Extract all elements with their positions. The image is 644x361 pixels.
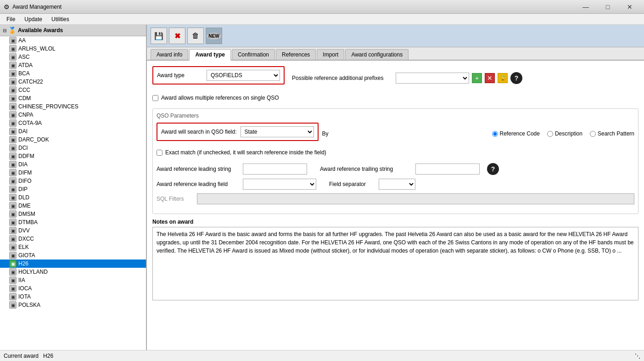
add-prefix-button[interactable]: +	[472, 73, 482, 83]
award-label: BCA	[18, 70, 30, 77]
qso-field-select[interactable]: State County Country DXCC Grid Mode Band	[241, 126, 314, 137]
tab-award-info[interactable]: Award info	[151, 49, 188, 60]
multiple-refs-row: Award allows multiple references on sing…	[152, 95, 638, 101]
help-button[interactable]: ?	[510, 72, 522, 84]
leading-field-label: Award reference leading field	[157, 181, 239, 187]
leading-field-select[interactable]: State County Country	[243, 179, 316, 190]
left-panel: ⊟ 🏅 Available Awards ▣AA▣ARLHS_WLOL▣ASC▣…	[0, 25, 147, 350]
sql-filters-row: SQL Filters	[157, 193, 634, 204]
tab-references[interactable]: References	[276, 49, 316, 60]
list-item[interactable]: ▣HOLYLAND	[0, 268, 146, 276]
award-icon: ▣	[9, 111, 17, 118]
list-item[interactable]: ▣CNPA	[0, 111, 146, 119]
exact-match-checkbox[interactable]	[157, 150, 162, 156]
list-item[interactable]: ▣CHINESE_PROVINCES	[0, 102, 146, 111]
menu-utilities[interactable]: Utilities	[47, 15, 74, 23]
list-item[interactable]: ▣BCA	[0, 69, 146, 78]
leading-string-input[interactable]	[243, 164, 307, 175]
list-item[interactable]: ▣DIP	[0, 185, 146, 193]
list-item[interactable]: ▣DIFM	[0, 169, 146, 177]
list-item[interactable]: ▣CATCH22	[0, 78, 146, 86]
radio-description-label: Description	[555, 130, 582, 137]
list-item[interactable]: ▣DCI	[0, 144, 146, 152]
close-button[interactable]: ✕	[619, 0, 640, 13]
award-label: IIA	[18, 277, 25, 283]
list-item[interactable]: ▣DARC_DOK	[0, 135, 146, 144]
list-item[interactable]: ▣ARLHS_WLOL	[0, 45, 146, 53]
list-item[interactable]: ▣CCC	[0, 86, 146, 94]
qso-params-title: QSO Parameters	[157, 113, 634, 119]
possible-refs-select[interactable]	[396, 73, 469, 84]
list-item[interactable]: ▣DLD	[0, 193, 146, 202]
award-icon: ▣	[9, 227, 17, 234]
toolbar: 💾 ✖ 🗑 NEW	[147, 25, 644, 47]
notes-area: The Helvetia 26 HF Award is the basic aw…	[152, 227, 638, 300]
list-item[interactable]: ▣ASC	[0, 53, 146, 61]
status-current-award: Current award H26	[4, 353, 53, 359]
award-type-select[interactable]: QSOFIELDS SOTA POTA WWFF CUSTOM	[207, 70, 280, 81]
list-item[interactable]: ▣COTA-9A	[0, 119, 146, 127]
search-by-radio-group: Reference Code Description Search Patter…	[492, 130, 634, 137]
award-label: DARC_DOK	[18, 136, 49, 143]
list-item[interactable]: ▣DXCC	[0, 235, 146, 243]
award-label: CHINESE_PROVINCES	[18, 103, 78, 110]
award-icon: ▣	[9, 285, 17, 292]
multiple-refs-checkbox[interactable]	[152, 95, 158, 101]
tab-award-type[interactable]: Award type	[189, 49, 230, 61]
list-item[interactable]: ▣DDFM	[0, 152, 146, 160]
list-item[interactable]: ▣IIA	[0, 276, 146, 284]
list-item[interactable]: ▣DVV	[0, 226, 146, 235]
minimize-button[interactable]: —	[575, 0, 596, 13]
list-item[interactable]: ▣DIFO	[0, 177, 146, 185]
save-button[interactable]: 💾	[151, 28, 167, 44]
list-item[interactable]: ▣H26	[0, 259, 146, 268]
list-item[interactable]: ▣POLSKA	[0, 301, 146, 309]
cancel-button[interactable]: ✖	[169, 28, 185, 44]
list-item[interactable]: ▣ATDA	[0, 61, 146, 69]
list-item[interactable]: ▣DTMBA	[0, 218, 146, 226]
menu-update[interactable]: Update	[20, 15, 47, 23]
maximize-button[interactable]: □	[597, 0, 618, 13]
list-item[interactable]: ▣DAI	[0, 127, 146, 135]
leading-trailing-row: Award reference leading string Award ref…	[157, 163, 634, 175]
trailing-string-input[interactable]	[415, 164, 480, 175]
award-label: DXCC	[18, 236, 34, 242]
delete-button[interactable]: 🗑	[187, 28, 204, 44]
list-item[interactable]: ▣DMSM	[0, 210, 146, 218]
list-item[interactable]: ▣DME	[0, 202, 146, 210]
list-item[interactable]: ▣ELK	[0, 243, 146, 251]
tab-award-configurations[interactable]: Award configurations	[345, 49, 409, 60]
new-button[interactable]: NEW	[206, 28, 222, 44]
tabs-container: Award info Award type Confirmation Refer…	[147, 47, 644, 61]
award-icon: ▣	[9, 252, 17, 259]
tab-import[interactable]: Import	[317, 49, 344, 60]
list-item[interactable]: ▣CDM	[0, 94, 146, 102]
award-label: IOCA	[18, 285, 32, 292]
left-panel-header: ⊟ 🏅 Available Awards	[0, 25, 146, 36]
multiple-refs-label: Award allows multiple references on sing…	[161, 95, 279, 101]
award-label: DIP	[18, 186, 28, 192]
list-item[interactable]: ▣AA	[0, 36, 146, 45]
award-icon: ▣	[9, 152, 17, 160]
award-label: AA	[18, 37, 26, 44]
list-item[interactable]: ▣IOTA	[0, 293, 146, 301]
award-label: ATDA	[18, 62, 33, 68]
tab-confirmation[interactable]: Confirmation	[232, 49, 275, 60]
field-separator-select[interactable]: , ; |	[379, 179, 415, 190]
list-item[interactable]: ▣IOCA	[0, 284, 146, 293]
qso-field-label: Award will search in QSO field:	[161, 129, 237, 135]
remove-prefix-button[interactable]: ✕	[485, 73, 495, 83]
sql-filters-input[interactable]	[197, 193, 634, 204]
trailing-help-button[interactable]: ?	[487, 163, 499, 175]
list-item[interactable]: ▣GIOTA	[0, 251, 146, 259]
tree-scroll[interactable]: ▣AA▣ARLHS_WLOL▣ASC▣ATDA▣BCA▣CATCH22▣CCC▣…	[0, 36, 146, 350]
tree-expand-icon[interactable]: ⊟	[3, 28, 6, 33]
award-icon: ▣	[9, 301, 17, 309]
menu-file[interactable]: File	[2, 15, 20, 23]
award-icon: ▣	[9, 260, 17, 267]
award-label: DAI	[18, 128, 28, 135]
list-item[interactable]: ▣DIA	[0, 160, 146, 169]
award-icon: ▣	[9, 194, 17, 201]
award-label: COTA-9A	[18, 120, 42, 126]
lock-prefix-button[interactable]: 🔒	[498, 73, 508, 83]
